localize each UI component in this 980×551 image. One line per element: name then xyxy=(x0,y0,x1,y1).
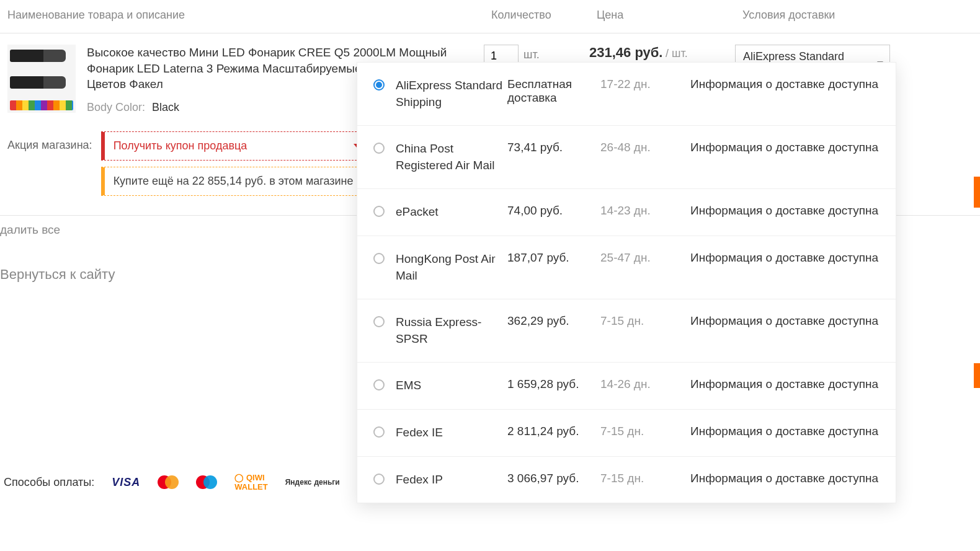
shipping-option-name: ePacket xyxy=(396,204,507,221)
shipping-option-price: 2 811,24 руб. xyxy=(507,425,600,438)
shipping-option-name: HongKong Post Air Mail xyxy=(396,251,507,284)
radio-icon[interactable] xyxy=(373,426,385,438)
shipping-option-tracking-info: Информация о доставке доступна xyxy=(690,425,880,438)
shipping-option[interactable]: EMS1 659,28 руб.14-26 дн.Информация о до… xyxy=(357,363,896,410)
yandex-money-logo-icon: Яндексденьги xyxy=(285,478,340,487)
shipping-option-name: Russia Express-SPSR xyxy=(396,314,507,347)
shipping-option-tracking-info: Информация о доставке доступна xyxy=(690,314,880,328)
shipping-option[interactable]: AliExpress Standard ShippingБесплатная д… xyxy=(357,63,896,126)
shipping-option-days: 7-15 дн. xyxy=(600,425,690,438)
shipping-option[interactable]: Russia Express-SPSR362,29 руб.7-15 дн.Ин… xyxy=(357,299,896,363)
shipping-option-tracking-info: Информация о доставке доступна xyxy=(690,472,880,485)
header-price: Цена xyxy=(597,9,742,22)
shipping-option-days: 25-47 дн. xyxy=(600,251,690,265)
attr-label: Body Color: xyxy=(87,101,145,113)
shipping-option-name: China Post Registered Air Mail xyxy=(396,141,507,174)
shipping-option-tracking-info: Информация о доставке доступна xyxy=(690,377,880,391)
promo-threshold-note: Купите ещё на 22 855,14 руб. в этом мага… xyxy=(101,167,369,196)
radio-icon[interactable] xyxy=(373,143,385,154)
radio-icon[interactable] xyxy=(373,253,385,264)
shipping-option-tracking-info: Информация о доставке доступна xyxy=(690,141,880,154)
shipping-option-days: 7-15 дн. xyxy=(600,314,690,328)
shipping-option-tracking-info: Информация о доставке доступна xyxy=(690,77,880,91)
maestro-logo-icon xyxy=(196,475,217,489)
shipping-option-price: 187,07 руб. xyxy=(507,251,600,265)
quantity-unit: шт. xyxy=(523,45,540,61)
shipping-option-name: AliExpress Standard Shipping xyxy=(396,77,507,110)
shipping-option-days: 14-26 дн. xyxy=(600,377,690,391)
side-panel-sliver xyxy=(974,177,980,208)
shipping-option-tracking-info: Информация о доставке доступна xyxy=(690,204,880,218)
payment-methods-row: Способы оплаты: VISA ◯ QIWIWALLET Яндекс… xyxy=(4,473,417,491)
shipping-option-name: Fedex IE xyxy=(396,425,507,441)
shipping-option-days: 26-48 дн. xyxy=(600,141,690,154)
shipping-option-tracking-info: Информация о доставке доступна xyxy=(690,251,880,265)
product-thumbnail[interactable] xyxy=(7,45,76,113)
shipping-option-price: 3 066,97 руб. xyxy=(507,472,600,485)
shipping-option-price: 73,41 руб. xyxy=(507,141,600,154)
shipping-option[interactable]: China Post Registered Air Mail73,41 руб.… xyxy=(357,126,896,189)
radio-icon[interactable] xyxy=(373,316,385,327)
shipping-option-name: Fedex IP xyxy=(396,472,507,488)
promo-label: Акция магазина: xyxy=(7,131,92,152)
shipping-options-dropdown: AliExpress Standard ShippingБесплатная д… xyxy=(357,62,896,503)
flashlight-icon xyxy=(10,76,66,89)
price-main: 231,46 руб. xyxy=(589,45,663,60)
price-unit: / шт. xyxy=(666,47,688,60)
radio-icon[interactable] xyxy=(373,474,385,485)
visa-logo-icon: VISA xyxy=(112,476,140,489)
shipping-option-price: 74,00 руб. xyxy=(507,204,600,218)
shipping-option-price: Бесплатная доставка xyxy=(507,77,600,105)
header-product: Наименование товара и описание xyxy=(7,9,491,22)
attr-value: Black xyxy=(152,101,179,113)
column-headers: Наименование товара и описание Количеств… xyxy=(0,0,980,33)
shipping-option-name: EMS xyxy=(396,377,507,394)
shipping-option-days: 7-15 дн. xyxy=(600,472,690,485)
side-panel-sliver xyxy=(974,363,980,388)
shipping-option[interactable]: Fedex IE2 811,24 руб.7-15 дн.Информация … xyxy=(357,410,896,457)
coupon-btn-label: Получить купон продавца xyxy=(114,139,247,152)
header-shipping: Условия доставки xyxy=(742,9,973,22)
radio-icon[interactable] xyxy=(373,206,385,217)
qiwi-logo-icon: ◯ QIWIWALLET xyxy=(234,473,267,491)
shipping-option-days: 17-22 дн. xyxy=(600,77,690,91)
mastercard-logo-icon xyxy=(158,475,179,489)
flashlight-icon xyxy=(10,50,66,62)
get-seller-coupon-button[interactable]: Получить купон продавца xyxy=(101,131,369,161)
shipping-option-price: 362,29 руб. xyxy=(507,314,600,328)
radio-icon[interactable] xyxy=(373,79,385,90)
color-swatch-icon xyxy=(10,100,73,110)
radio-icon[interactable] xyxy=(373,379,385,390)
header-qty: Количество xyxy=(491,9,597,22)
shipping-option[interactable]: HongKong Post Air Mail187,07 руб.25-47 д… xyxy=(357,236,896,299)
shipping-option[interactable]: Fedex IP3 066,97 руб.7-15 дн.Информация … xyxy=(357,457,896,503)
payment-label: Способы оплаты: xyxy=(4,476,94,489)
shipping-option-days: 14-23 дн. xyxy=(600,204,690,218)
shipping-option-price: 1 659,28 руб. xyxy=(507,377,600,391)
shipping-option[interactable]: ePacket74,00 руб.14-23 дн.Информация о д… xyxy=(357,189,896,236)
